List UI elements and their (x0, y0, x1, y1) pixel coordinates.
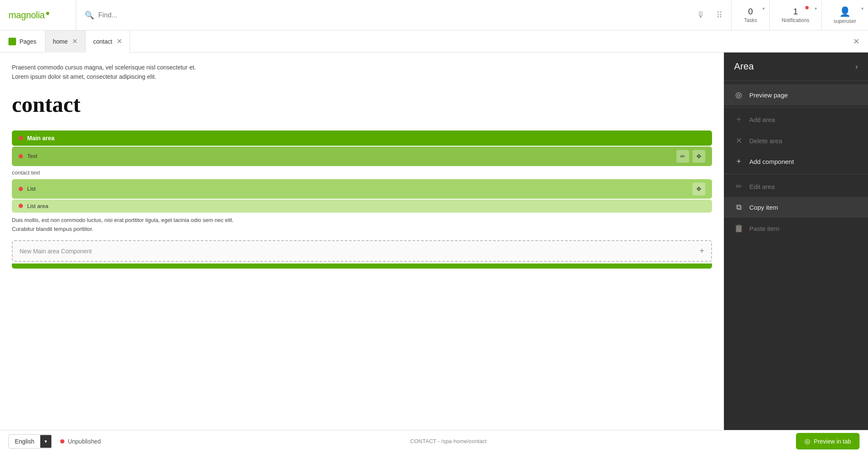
magnolia-logo: magnolia (8, 10, 49, 21)
tasks-item[interactable]: 0 Tasks ▾ (732, 0, 770, 31)
list-content-line1: Duis mollis, est non commodo luctus, nis… (12, 216, 712, 225)
user-chevron: ▾ (861, 6, 864, 11)
language-select[interactable]: English ▾ (8, 434, 52, 449)
list-component-left: List (19, 186, 36, 192)
close-all-tabs[interactable]: ✕ (845, 31, 868, 53)
contact-text: contact text (12, 167, 712, 179)
main-area-bar[interactable]: Main area (12, 130, 712, 146)
copy-item-icon: ⧉ (734, 203, 743, 212)
topbar-right: 0 Tasks ▾ 1 Notifications ▾ 👤 superuser … (732, 0, 868, 31)
menu-item-paste-item: 📋 Paste item (724, 218, 868, 239)
preview-in-tab-button[interactable]: ◎ Preview in tab (796, 433, 860, 449)
menu-item-add-area: + Add area (724, 109, 868, 130)
user-item[interactable]: 👤 superuser ▾ (822, 0, 868, 31)
text-edit-btn[interactable]: ✏ (676, 150, 689, 163)
new-component-label: New Main area Component (19, 248, 92, 255)
pages-tab[interactable]: Pages (0, 31, 45, 53)
paste-item-icon: 📋 (734, 224, 743, 233)
tasks-label: Tasks (744, 17, 757, 23)
list-area-label: List area (27, 203, 48, 209)
search-icon: 🔍 (85, 11, 94, 20)
content-intro: Praesent commodo cursus magna, vel scele… (12, 63, 712, 82)
logo-dot (46, 12, 49, 15)
list-content-text: Duis mollis, est non commodo luctus, nis… (12, 214, 712, 237)
tasks-count: 0 (748, 7, 753, 17)
unpublished-label: Unpublished (68, 438, 101, 445)
intro-line1: Praesent commodo cursus magna, vel scele… (12, 63, 712, 72)
new-component-bar[interactable]: New Main area Component + (12, 240, 712, 262)
language-chevron[interactable]: ▾ (40, 435, 51, 448)
contact-tab-label: contact (93, 38, 112, 45)
list-area-dot (19, 204, 23, 208)
main-area-bar-bottom (12, 263, 712, 269)
menu-item-delete-area: ✕ Delete area (724, 130, 868, 151)
tabs-bar: Pages home ✕ contact ✕ ✕ (0, 31, 868, 53)
preview-btn-icon: ◎ (804, 437, 810, 445)
logo-area[interactable]: magnolia (0, 0, 76, 31)
logo-text: magnolia (8, 10, 45, 21)
mic-icon[interactable]: 🎙 (697, 10, 705, 20)
preview-page-icon: ◎ (734, 90, 743, 100)
list-content-line2: Curabitur blandit tempus porttitor. (12, 225, 712, 234)
menu-item-add-component[interactable]: + Add component (724, 151, 868, 172)
text-move-btn[interactable]: ✥ (693, 150, 705, 163)
path-label: CONTACT - /spa-home/contact (410, 438, 487, 444)
contact-tab[interactable]: contact ✕ (86, 31, 130, 53)
main-layout: Praesent commodo cursus magna, vel scele… (0, 53, 868, 430)
text-component-actions: ✏ ✥ (676, 150, 705, 163)
page-title: contact (12, 92, 712, 117)
edit-area-icon: ✏ (734, 182, 743, 191)
grid-icon[interactable]: ⠿ (716, 10, 723, 20)
menu-divider-2 (724, 174, 868, 174)
search-bar: 🔍 🎙 ⠿ (76, 0, 732, 31)
list-area-left: List area (19, 203, 48, 209)
notifications-item[interactable]: 1 Notifications ▾ (770, 0, 821, 31)
list-component-label: List (27, 186, 36, 192)
panel-title: Area (734, 61, 754, 72)
topbar: magnolia 🔍 🎙 ⠿ 0 Tasks ▾ 1 Notifications… (0, 0, 868, 31)
list-dot (19, 187, 23, 191)
notifications-label: Notifications (782, 17, 809, 23)
menu-item-copy-item[interactable]: ⧉ Copy item (724, 197, 868, 218)
new-component-plus-icon[interactable]: + (699, 246, 704, 256)
edit-area-label: Edit area (749, 183, 775, 190)
home-tab-close[interactable]: ✕ (72, 37, 78, 45)
panel-header: Area › (724, 53, 868, 81)
list-component-bar[interactable]: List ✥ (12, 179, 712, 199)
list-area-component-bar[interactable]: List area (12, 200, 712, 213)
delete-area-label: Delete area (749, 137, 782, 144)
menu-divider-1 (724, 107, 868, 108)
pages-icon (8, 38, 16, 45)
bottom-left: English ▾ Unpublished (8, 434, 101, 449)
main-area-dot (19, 136, 23, 140)
preview-btn-label: Preview in tab (814, 438, 851, 445)
panel-chevron[interactable]: › (855, 62, 858, 71)
language-label: English (9, 435, 40, 448)
superuser-label: superuser (834, 18, 856, 24)
notifications-count: 1 (793, 7, 798, 17)
text-dot (19, 154, 23, 158)
contact-tab-close[interactable]: ✕ (117, 37, 122, 45)
search-input[interactable] (98, 11, 693, 19)
text-component-left: Text (19, 153, 37, 159)
list-component-actions: ✥ (693, 183, 705, 195)
unpublished-badge: Unpublished (60, 438, 101, 445)
notification-dot (805, 6, 809, 9)
home-tab[interactable]: home ✕ (45, 31, 86, 53)
notifications-chevron: ▾ (815, 6, 817, 11)
pages-label: Pages (19, 38, 36, 45)
menu-item-preview-page[interactable]: ◎ Preview page (724, 84, 868, 105)
home-tab-label: home (53, 38, 68, 45)
add-component-icon: + (734, 157, 743, 166)
copy-item-label: Copy item (749, 204, 778, 211)
delete-area-icon: ✕ (734, 136, 743, 145)
list-move-btn[interactable]: ✥ (693, 183, 705, 195)
user-icon: 👤 (839, 6, 851, 17)
panel-menu: ◎ Preview page + Add area ✕ Delete area … (724, 81, 868, 430)
menu-item-edit-area: ✏ Edit area (724, 176, 868, 197)
main-area-label: Main area (27, 135, 55, 141)
paste-item-label: Paste item (749, 225, 779, 232)
text-component-bar[interactable]: Text ✏ ✥ (12, 147, 712, 166)
unpublished-dot (60, 439, 64, 444)
bottom-bar: English ▾ Unpublished CONTACT - /spa-hom… (0, 430, 868, 452)
